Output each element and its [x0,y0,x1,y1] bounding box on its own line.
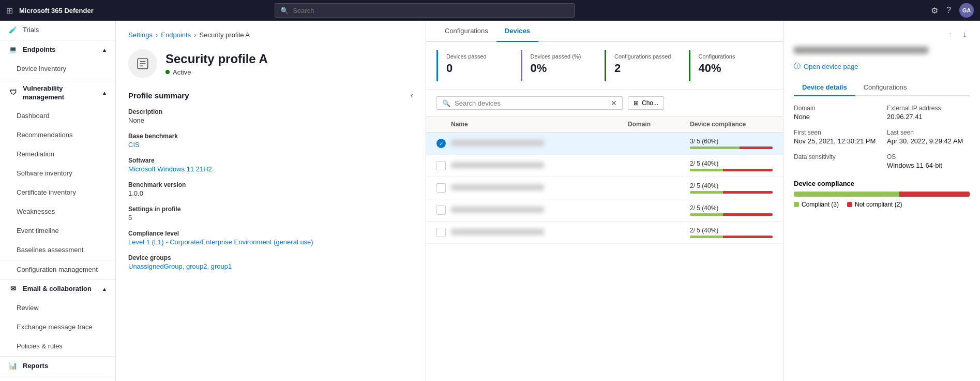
sidebar-item-endpoints[interactable]: 💻 Endpoints ▲ [0,40,115,60]
breadcrumb-endpoints[interactable]: Endpoints [161,31,191,39]
field-base-benchmark: Base benchmark CIS [128,133,413,149]
tabs-bar: Configurations Devices [426,21,783,42]
sidebar-item-trials[interactable]: 🧪 Trials [0,21,115,40]
sidebar-item-review[interactable]: Review [0,299,115,318]
sidebar-item-dashboard[interactable]: Dashboard [0,107,115,126]
sidebar-item-policies-rules[interactable]: Policies & rules [0,337,115,356]
bar-red [723,191,773,194]
detail-grid: Domain None External IP address 20.96.27… [794,105,970,169]
table-row[interactable]: ✓ 3/ 5 (60%) [426,133,783,155]
detail-field-os: OS Windows 11 64-bit [887,153,970,169]
profile-summary-header: Profile summary ‹ [128,91,413,100]
endpoints-chevron: ▲ [102,47,107,53]
profile-area: Settings › Endpoints › Security profile … [116,21,426,381]
devices-table: ✓ 3/ 5 (60%) [426,133,783,381]
sidebar-item-event-timeline[interactable]: Event timeline [0,222,115,241]
table-row[interactable]: 2/ 5 (40%) [426,199,783,222]
right-panel-nav: ↑ ↓ [794,29,970,40]
bar-red [723,169,773,171]
avatar[interactable]: GA [959,3,974,18]
breadcrumb-settings[interactable]: Settings [128,31,153,39]
legend-not-compliant: Not compliant (2) [847,201,902,208]
table-row[interactable]: 2/ 5 (40%) [426,222,783,244]
choose-columns-button[interactable]: ⊞ Cho... [628,96,664,110]
clear-search-button[interactable]: ✕ [611,99,617,107]
help-icon[interactable]: ? [946,6,951,15]
stat-devices-passed: Devices passed 0 [436,50,521,81]
collapse-button[interactable]: ‹ [411,91,413,100]
app-name: Microsoft 365 Defender [19,7,94,14]
row-check [436,183,451,193]
global-search-input[interactable] [293,7,569,14]
profile-header: Security profile A Active [128,49,413,78]
table-row[interactable]: 2/ 5 (40%) [426,177,783,199]
stat-devices-passed-pct: Devices passed (%) 0% [521,50,605,81]
breadcrumb-profile: Security profile A [200,31,250,39]
sidebar-item-reports[interactable]: 📊 Reports [0,357,115,376]
app-grid-icon: ⊞ [6,6,13,16]
search-devices-bar: 🔍 ✕ ⊞ Cho... [426,90,783,116]
sidebar-item-device-inventory[interactable]: Device inventory [0,60,115,79]
sidebar-item-email-collab[interactable]: ✉ Email & collaboration ▲ [0,280,115,299]
stats-row: Devices passed 0 Devices passed (%) 0% C… [426,42,783,90]
devices-panel: Configurations Devices Devices passed 0 … [426,21,783,381]
tab-configurations[interactable]: Configurations [436,21,496,42]
bar-green [690,191,723,194]
check-selected-icon: ✓ [436,139,446,148]
detail-field-first-seen: First seen Nov 25, 2021, 12:30:21 PM [794,129,877,145]
detail-field-data-sensitivity: Data sensitivity [794,153,877,169]
right-panel: ↑ ↓ ⓘ Open device page Device details Co… [783,21,980,381]
status-dot [165,70,170,74]
main-content: Settings › Endpoints › Security profile … [116,21,980,381]
search-input-wrap: 🔍 ✕ [436,96,623,110]
device-name-blurred [451,207,544,213]
row-device-name [451,229,628,237]
check-empty [436,206,446,215]
row-compliance: 2/ 5 (40%) [690,160,773,171]
detail-tabs: Device details Configurations [794,79,970,96]
columns-icon: ⊞ [634,99,639,107]
sidebar-item-weaknesses[interactable]: Weaknesses [0,202,115,222]
search-devices-input[interactable] [455,99,607,107]
search-icon: 🔍 [280,7,289,14]
check-empty [436,161,446,170]
profile-fields: Description None Base benchmark CIS Soft… [128,108,413,279]
sidebar-item-certificate-inventory[interactable]: Certificate inventory [0,183,115,202]
legend-compliant: Compliant (3) [794,201,839,208]
sidebar-item-baselines[interactable]: Baselines assessment [0,241,115,260]
nav-down-button[interactable]: ↓ [959,29,970,40]
sep1: › [156,31,158,39]
detail-tab-configurations[interactable]: Configurations [855,79,915,96]
bar-red [723,236,773,238]
row-check [436,206,451,215]
bar-red [723,213,773,216]
compliant-bar-segment [794,192,899,197]
detail-field-external-ip: External IP address 20.96.27.41 [887,105,970,121]
settings-icon[interactable]: ⚙ [931,6,938,16]
legend-dot-green [794,202,799,207]
device-name-blurred [451,184,544,190]
detail-tab-device-details[interactable]: Device details [794,79,855,96]
table-row[interactable]: 2/ 5 (40%) [426,155,783,177]
nav-up-button[interactable]: ↑ [945,29,955,40]
bar-red [740,146,773,149]
tab-devices[interactable]: Devices [496,21,538,42]
open-device-link[interactable]: ⓘ Open device page [794,62,970,71]
sidebar-item-remediation[interactable]: Remediation [0,145,115,164]
sidebar-item-software-inventory[interactable]: Software inventory [0,164,115,183]
sidebar: 🧪 Trials 💻 Endpoints ▲ Device inventory … [0,21,116,381]
row-device-name [451,184,628,192]
vuln-icon: 🛡 [8,89,18,97]
sidebar-item-config-mgmt[interactable]: Configuration management [0,260,115,280]
detail-field-last-seen: Last seen Apr 30, 2022, 9:29:42 AM [887,129,970,145]
sidebar-item-exchange-msg-trace[interactable]: Exchange message trace [0,318,115,337]
col-header-name: Name [451,121,628,128]
compliance-legend: Compliant (3) Not compliant (2) [794,201,970,208]
bar-green [690,236,723,238]
sidebar-item-recommendations[interactable]: Recommendations [0,126,115,145]
row-device-name [451,162,628,170]
reports-icon: 📊 [8,362,18,371]
email-chevron: ▲ [102,286,107,292]
detail-field-domain: Domain None [794,105,877,121]
sidebar-item-vuln-mgmt[interactable]: 🛡 Vulnerability management ▲ [0,79,115,107]
